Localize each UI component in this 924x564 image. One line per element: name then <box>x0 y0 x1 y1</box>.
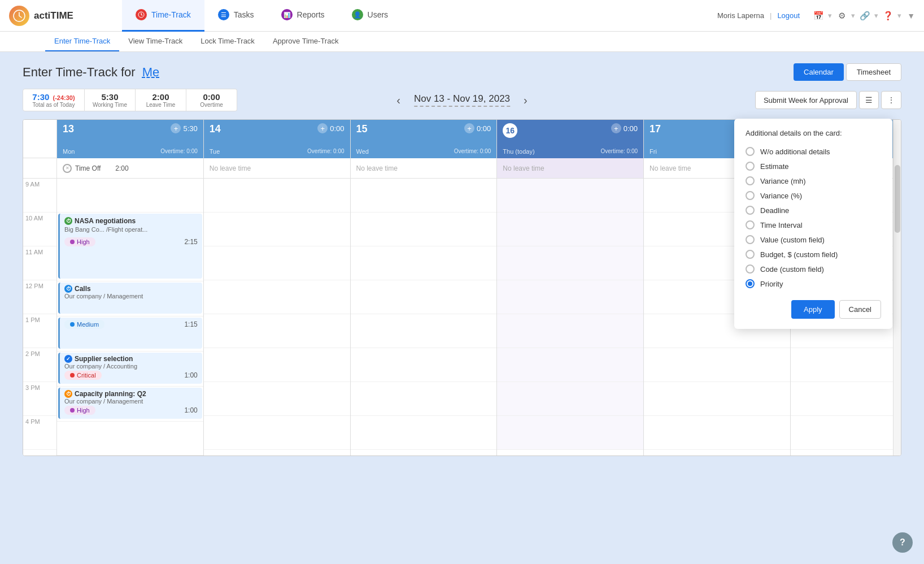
radio-time-interval[interactable]: Time Interval <box>746 218 881 232</box>
add-entry-mon[interactable]: + <box>171 123 181 133</box>
task-supplier-sub: Our company / Accounting <box>64 363 198 370</box>
day-header-thu[interactable]: 16 + 0:00 Thu (today) Overtime: 0:00 <box>497 120 643 158</box>
day-header-mon[interactable]: 13 + 5:30 Mon Overtime: 0:00 <box>57 120 203 158</box>
logout-link[interactable]: Logout <box>777 11 800 20</box>
day-overtime-mon: Overtime: 0:00 <box>160 148 198 155</box>
radio-deadline[interactable]: Deadline <box>746 203 881 218</box>
help-btn[interactable]: ? <box>892 532 913 553</box>
overtime-label: Overtime <box>194 102 229 108</box>
task-card-nasa[interactable]: ⏱ NASA negotiations Big Bang Co... /Flig… <box>58 214 202 279</box>
radio-no-details[interactable]: W/o additional details <box>746 144 881 159</box>
leave-cell-mon[interactable]: ✕ Time Off 2:00 <box>57 158 203 179</box>
leave-time-value: 2:00 <box>143 92 178 102</box>
day-num-mon: 13 <box>63 123 74 135</box>
list-view-btn[interactable]: ☰ <box>859 91 879 109</box>
radio-variance-pct[interactable]: Variance (%) <box>746 188 881 203</box>
task-calls-priority: Medium <box>64 320 104 329</box>
time-slot-11am: 11 AM <box>23 246 56 280</box>
leave-cell-tue: No leave time <box>204 158 350 179</box>
scrollbar[interactable] <box>893 120 901 455</box>
nav-tab-users-label: Users <box>368 10 389 19</box>
radio-value-custom[interactable]: Value (custom field) <box>746 232 881 247</box>
radio-code-custom[interactable]: Code (custom field) <box>746 262 881 276</box>
slot-mon-9am[interactable] <box>57 179 203 212</box>
radio-budget-custom[interactable]: Budget, $ (custom field) <box>746 247 881 262</box>
working-time-value: 5:30 <box>93 92 127 102</box>
day-header-wed[interactable]: 15 + 0:00 Wed Overtime: 0:00 <box>351 120 497 158</box>
task-calls-sub: Our company / Management <box>64 293 198 300</box>
total-value: 7:30 (-24:30) <box>31 92 76 102</box>
radio-priority[interactable]: Priority <box>746 276 881 291</box>
task-capacity-sub: Our company / Management <box>64 398 198 405</box>
time-column: 9 AM 10 AM 11 AM 12 PM 1 PM 2 PM 3 PM 4 … <box>23 120 57 455</box>
calendar-view-btn[interactable]: Calendar <box>794 63 844 81</box>
task-capacity-title: Capacity planning: Q2 <box>75 390 146 398</box>
nav-tab-time-track-label: Time-Track <box>151 10 191 19</box>
slot-mon-3pm[interactable]: ⏱ Capacity planning: Q2 Our company / Ma… <box>57 388 203 422</box>
add-entry-thu[interactable]: + <box>611 123 621 133</box>
calendar-icon-btn[interactable]: 📅 <box>810 7 827 24</box>
day-col-mon: 13 + 5:30 Mon Overtime: 0:00 ✕ Time Off … <box>57 120 204 455</box>
task-card-supplier[interactable]: ✓ Supplier selection Our company / Accou… <box>58 353 202 384</box>
overtime-value: 0:00 <box>194 92 229 102</box>
task-supplier-title: Supplier selection <box>75 355 133 363</box>
sub-nav: Enter Time-Track View Time-Track Lock Ti… <box>0 32 924 52</box>
apply-btn[interactable]: Apply <box>791 300 835 319</box>
task-card-calls-cont[interactable]: Medium 1:15 <box>58 318 202 349</box>
add-entry-tue[interactable]: + <box>317 123 328 133</box>
leave-time-box: 2:00 Leave Time <box>136 89 186 111</box>
slot-mon-10am[interactable]: ⏱ NASA negotiations Big Bang Co... /Flig… <box>57 214 203 281</box>
slot-mon-1pm[interactable]: Medium 1:15 <box>57 318 203 352</box>
time-summary: 7:30 (-24:30) Total as of Today 5:30 Wor… <box>23 89 237 111</box>
add-entry-wed[interactable]: + <box>464 123 474 133</box>
sub-nav-view[interactable]: View Time-Track <box>119 31 191 51</box>
radio-variance-mh[interactable]: Variance (mh) <box>746 173 881 188</box>
submit-week-btn[interactable]: Submit Week for Approval <box>755 91 857 109</box>
task-card-capacity[interactable]: ⏱ Capacity planning: Q2 Our company / Ma… <box>58 388 202 419</box>
slot-mon-12pm[interactable]: ⏱ Calls Our company / Management <box>57 283 203 316</box>
task-supplier-time: 1:00 <box>184 371 197 379</box>
radio-estimate[interactable]: Estimate <box>746 159 881 173</box>
sub-nav-enter[interactable]: Enter Time-Track <box>45 31 119 51</box>
username: Moris Laperna <box>717 11 764 20</box>
total-neg: (-24:30) <box>53 94 75 101</box>
settings-icon-btn[interactable]: ⚙ <box>833 7 850 24</box>
logo[interactable]: actiTIME <box>9 6 99 26</box>
slot-mon-2pm[interactable]: ✓ Supplier selection Our company / Accou… <box>57 353 203 387</box>
day-header-tue[interactable]: 14 + 0:00 Tue Overtime: 0:00 <box>204 120 350 158</box>
nav-tab-time-track[interactable]: Time-Track <box>122 0 204 32</box>
nav-tab-users[interactable]: 👤 Users <box>338 0 402 32</box>
slot-mon-4pm[interactable] <box>57 422 203 455</box>
total-box: 7:30 (-24:30) Total as of Today <box>23 89 85 111</box>
help-icon-btn[interactable]: ❓ <box>879 7 896 24</box>
task-capacity-priority: High <box>64 406 95 415</box>
nav-tab-reports[interactable]: 📊 Reports <box>268 0 338 32</box>
page-header: Enter Time-Track for Me Calendar Timeshe… <box>23 63 901 81</box>
submit-week-area: Submit Week for Approval ☰ ⋮ <box>755 91 901 109</box>
time-slot-9am: 9 AM <box>23 179 56 212</box>
time-slot-10am: 10 AM <box>23 212 56 246</box>
day-col-thu: 16 + 0:00 Thu (today) Overtime: 0:00 No … <box>497 120 644 455</box>
nav-tab-tasks[interactable]: ☰ Tasks <box>204 0 268 32</box>
next-week-btn[interactable]: › <box>519 92 532 109</box>
timesheet-view-btn[interactable]: Timesheet <box>846 63 901 81</box>
page-title: Enter Time-Track for Me <box>23 65 159 80</box>
task-calls-title: Calls <box>75 285 91 293</box>
sub-nav-approve[interactable]: Approve Time-Track <box>264 31 348 51</box>
user-link[interactable]: Me <box>142 65 160 79</box>
scroll-down-btn[interactable]: ▼ <box>907 11 915 20</box>
scroll-thumb[interactable] <box>895 165 900 233</box>
dropdown-title: Additional details on the card: <box>746 129 881 137</box>
more-options-btn[interactable]: ⋮ <box>881 91 901 109</box>
task-nasa-time: 2:15 <box>184 238 197 246</box>
sub-nav-lock[interactable]: Lock Time-Track <box>191 31 264 51</box>
cancel-btn[interactable]: Cancel <box>839 300 881 319</box>
working-time-box: 5:30 Working Time <box>85 89 136 111</box>
task-capacity-time: 1:00 <box>184 406 197 414</box>
prev-week-btn[interactable]: ‹ <box>392 92 405 109</box>
week-label: Nov 13 - Nov 19, 2023 <box>414 93 510 107</box>
integrations-icon-btn[interactable]: 🔗 <box>856 7 873 24</box>
nav-tabs: Time-Track ☰ Tasks 📊 Reports 👤 Users <box>122 0 402 32</box>
task-card-calls[interactable]: ⏱ Calls Our company / Management <box>58 283 202 314</box>
task-nasa-sub: Big Bang Co... /Flight operat... <box>64 226 198 233</box>
